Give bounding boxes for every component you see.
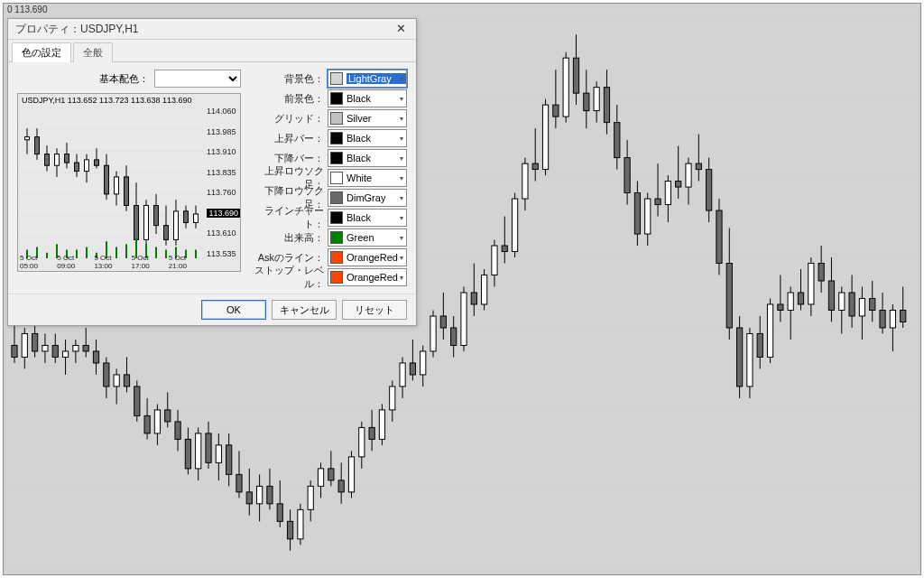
option-label: ストップ・レベル： [250, 264, 324, 291]
svg-rect-179 [880, 310, 885, 327]
svg-rect-143 [696, 163, 701, 169]
svg-rect-129 [624, 158, 630, 193]
svg-rect-193 [25, 137, 30, 140]
option-label: 背景色： [250, 72, 324, 86]
svg-rect-145 [707, 170, 712, 210]
svg-rect-79 [369, 427, 374, 439]
svg-rect-37 [154, 410, 160, 434]
svg-rect-99 [471, 293, 476, 304]
svg-rect-159 [778, 304, 783, 310]
color-select-7[interactable]: Black▾ [328, 209, 407, 227]
color-swatch-icon [330, 112, 343, 125]
color-select-5[interactable]: White▾ [328, 169, 407, 187]
chart-preview: USDJPY,H1 113.652 113.723 113.638 113.69… [17, 93, 241, 272]
svg-rect-67 [308, 486, 313, 509]
svg-rect-15 [42, 345, 48, 350]
chevron-down-icon: ▾ [400, 214, 403, 222]
color-swatch-icon [330, 72, 343, 85]
color-select-3[interactable]: Black▾ [328, 129, 407, 147]
svg-rect-41 [175, 422, 180, 439]
option-label: グリッド： [250, 112, 324, 126]
color-select-9[interactable]: OrangeRed▾ [328, 248, 407, 266]
svg-rect-157 [767, 304, 772, 357]
color-name: White [346, 172, 406, 183]
svg-rect-175 [859, 298, 864, 315]
ok-button[interactable]: OK [201, 300, 266, 320]
svg-rect-199 [55, 154, 60, 166]
option-label: ラインチャート： [250, 204, 324, 231]
color-name: Silver [346, 113, 406, 124]
chevron-down-icon: ▾ [400, 154, 403, 163]
svg-rect-213 [125, 177, 129, 206]
svg-rect-203 [75, 163, 79, 171]
svg-rect-93 [440, 316, 446, 328]
color-name: Black [346, 93, 406, 104]
color-select-8[interactable]: Green▾ [328, 228, 407, 247]
svg-rect-35 [144, 415, 150, 433]
color-swatch-icon [330, 132, 343, 144]
preview-chart-svg [18, 94, 206, 271]
svg-rect-215 [134, 206, 139, 240]
color-swatch-icon [330, 191, 343, 204]
svg-rect-39 [165, 410, 171, 422]
svg-rect-211 [115, 177, 119, 194]
color-name: Black [346, 133, 406, 144]
svg-rect-21 [73, 345, 79, 350]
svg-rect-83 [390, 387, 395, 410]
tab-general[interactable]: 全般 [73, 42, 113, 62]
option-label: 下降バー： [250, 152, 324, 165]
svg-rect-13 [32, 333, 38, 350]
option-label: 出来高： [250, 231, 324, 245]
color-name: OrangeRed [346, 272, 406, 283]
svg-rect-133 [645, 199, 651, 234]
chart-status-bar: 0 113.690 [4, 4, 921, 16]
color-select-0[interactable]: LightGray▾ [328, 70, 407, 88]
color-select-2[interactable]: Silver▾ [328, 109, 407, 127]
svg-rect-81 [379, 410, 384, 439]
color-name: Green [346, 232, 406, 243]
svg-rect-223 [174, 211, 179, 240]
color-select-6[interactable]: DimGray▾ [328, 189, 407, 207]
dialog-title-text: プロパティ：USDJPY,H1 [8, 19, 385, 39]
chevron-down-icon: ▾ [400, 95, 403, 103]
color-select-1[interactable]: Black▾ [328, 89, 407, 107]
svg-rect-11 [22, 333, 27, 357]
color-swatch-icon [330, 271, 343, 284]
svg-rect-169 [828, 281, 834, 310]
color-swatch-icon [330, 172, 343, 184]
close-icon[interactable]: ✕ [385, 19, 416, 39]
svg-rect-91 [430, 316, 436, 351]
color-swatch-icon [330, 211, 343, 224]
scheme-select[interactable] [154, 70, 241, 88]
dialog-titlebar[interactable]: プロパティ：USDJPY,H1 ✕ [8, 19, 416, 40]
svg-rect-49 [216, 445, 221, 462]
preview-x-axis: 5 Oct 05:005 Oct 09:005 Oct 13:005 Oct 1… [20, 254, 206, 270]
cancel-button[interactable]: キャンセル [272, 300, 337, 320]
svg-rect-57 [257, 486, 263, 503]
color-select-10[interactable]: OrangeRed▾ [328, 268, 407, 286]
chevron-down-icon: ▾ [400, 75, 403, 83]
svg-rect-75 [348, 457, 354, 492]
color-swatch-icon [330, 231, 343, 244]
reset-button[interactable]: リセット [342, 300, 407, 320]
svg-rect-209 [105, 165, 109, 194]
svg-rect-197 [45, 154, 50, 166]
color-name: Black [346, 212, 406, 223]
svg-rect-123 [594, 88, 599, 111]
svg-rect-111 [532, 163, 538, 169]
svg-rect-51 [226, 445, 232, 474]
svg-rect-43 [185, 439, 190, 468]
svg-rect-47 [206, 434, 211, 462]
svg-rect-27 [104, 363, 109, 387]
svg-rect-31 [124, 375, 129, 387]
svg-rect-119 [573, 58, 578, 93]
svg-rect-19 [62, 351, 68, 357]
option-label: 上昇バー： [250, 132, 324, 145]
svg-rect-23 [83, 345, 88, 350]
properties-dialog: プロパティ：USDJPY,H1 ✕ 色の設定 全般 基本配色： USDJPY,H… [7, 18, 417, 326]
svg-rect-161 [788, 293, 793, 310]
tab-colors[interactable]: 色の設定 [12, 42, 71, 62]
preview-current-price: 113.690 [207, 209, 240, 218]
svg-rect-109 [522, 163, 528, 199]
color-select-4[interactable]: Black▾ [328, 149, 407, 167]
